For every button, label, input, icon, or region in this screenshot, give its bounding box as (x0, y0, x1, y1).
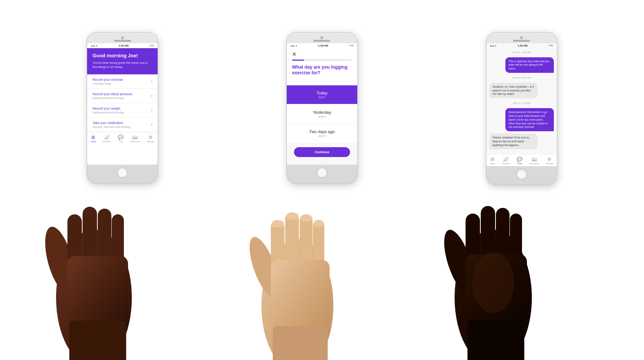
progress-icon: 📈 (104, 135, 110, 140)
chevron-exercise-icon: › (151, 79, 152, 83)
svg-point-28 (472, 252, 514, 313)
phone-frame-3: ●●● ✦ 1:20 PM 77% JUN 13, 11:55 AM This … (486, 32, 557, 186)
nav-resources-label: Resources (130, 140, 140, 143)
bottom-nav-1: ⊞ Today 📈 Progress 💬 Chat 📖 (87, 132, 158, 144)
phone-screen-2: ●●● ✦ 1:20 PM 77% ✕ What day are you log… (287, 43, 357, 165)
resources-icon-3: 📖 (531, 157, 537, 162)
chat-icon-3: 💬 (517, 157, 522, 162)
camera-1 (121, 36, 124, 39)
task-left-medication: Take your medication Morning, afternoon … (92, 121, 130, 128)
status-right-3: 77% (549, 44, 553, 47)
home-button-3[interactable] (516, 168, 527, 180)
resources-icon: 📖 (132, 135, 138, 140)
task-left-bp: Record your blood pressure Nothing recor… (92, 92, 132, 99)
status-time-3: 1:20 PM (517, 44, 527, 47)
day-label-yesterday: Yesterday (292, 110, 352, 115)
nav-today[interactable]: ⊞ Today (91, 135, 96, 143)
task-sub-exercise: 0 minutes today (92, 82, 123, 85)
nav-today-label: Today (91, 140, 96, 143)
task-item-exercise[interactable]: Record your exercise 0 minutes today › (87, 74, 158, 89)
nav-chat[interactable]: 💬 Chat (118, 135, 123, 143)
nav-today-3[interactable]: ⊞ Today (489, 157, 495, 165)
day-option-yesterday[interactable]: Yesterday JUN 6 (287, 105, 357, 123)
nav-settings[interactable]: ⚙ Settings (147, 135, 155, 143)
progress-fill (292, 60, 304, 61)
status-bar-1: ●●● ✦ 1:20 PM 77% (87, 43, 158, 48)
chat-date-1: JUN 13, 11:55 AM (489, 50, 554, 55)
task-sub-weight: Nothing recorded for today (92, 111, 124, 114)
status-right-2: 77% (349, 44, 353, 47)
svg-rect-7 (69, 321, 126, 360)
day-date-yesterday: JUN 6 (292, 115, 352, 118)
greeting-text: Good morning Joe! (92, 53, 152, 58)
header-subtitle: You've been doing great this week, just … (92, 61, 152, 69)
status-bar-3: ●●● ✦ 1:20 PM 77% (486, 43, 557, 48)
task-title-medication: Take your medication (92, 121, 130, 125)
phone-frame-1: ●●● ✦ 1:20 PM 77% Good morning Joe! You'… (87, 32, 158, 184)
day-option-today[interactable]: Today JUN 7 (287, 85, 357, 104)
day-options-list: Today JUN 7 Yesterday JUN 6 Two days ago… (287, 85, 357, 143)
continue-button[interactable]: Continue (294, 147, 350, 157)
svg-rect-18 (301, 215, 312, 222)
today-header: Good morning Joe! You've been doing grea… (87, 48, 158, 74)
status-left-2: ●●● ✦ (291, 44, 297, 47)
nav-chat-3[interactable]: 💬 Chat (517, 157, 522, 165)
status-time-2: 1:20 PM (318, 44, 328, 47)
today-screen: Good morning Joe! You've been doing grea… (87, 48, 158, 144)
nav-settings-label: Settings (147, 140, 155, 143)
svg-rect-27 (467, 320, 524, 360)
chat-messages: JUN 13, 11:55 AM This is optional. Any n… (486, 48, 557, 151)
scene: ●●● ✦ 1:20 PM 77% Good morning Joe! You'… (0, 0, 644, 360)
phone-notch-3 (486, 33, 557, 42)
close-icon[interactable]: ✕ (292, 51, 352, 57)
camera-3 (520, 36, 523, 39)
status-right-1: 77% (149, 44, 154, 47)
nav-chat-label: Chat (119, 140, 123, 143)
task-title-weight: Record your weight (92, 107, 124, 110)
camera-2 (320, 36, 323, 39)
nav-progress-label-3: Progress (502, 162, 510, 165)
task-left-weight: Record your weight Nothing recorded for … (92, 107, 124, 114)
nav-progress-3[interactable]: 📈 Progress (502, 157, 510, 165)
day-label-two-days: Two days ago (292, 129, 352, 134)
chat-bubble-1: This is optional. Any notes that you ent… (505, 57, 554, 73)
phone-group-2: ●●● ✦ 1:20 PM 77% ✕ What day are you log… (258, 17, 386, 343)
chevron-medication-icon: › (151, 123, 152, 127)
task-sub-medication: Morning, afternoon and evening (92, 126, 130, 128)
svg-rect-19 (314, 220, 324, 226)
svg-rect-16 (272, 220, 284, 227)
phone-group-3: ●●● ✦ 1:20 PM 77% JUN 13, 11:55 AM This … (457, 17, 586, 343)
progress-bar (292, 60, 352, 61)
speaker-2 (313, 40, 330, 42)
phone-screen-1: ●●● ✦ 1:20 PM 77% Good morning Joe! You'… (87, 43, 158, 165)
day-date-two-days: JUN 5 (292, 135, 352, 137)
day-option-two-days[interactable]: Two days ago JUN 5 (287, 124, 357, 143)
svg-rect-17 (286, 213, 299, 220)
home-button-1[interactable] (117, 167, 128, 178)
task-left-exercise: Record your exercise 0 minutes today (92, 78, 123, 85)
phone-frame-2: ●●● ✦ 1:20 PM 77% ✕ What day are you log… (286, 32, 358, 184)
chat-icon: 💬 (118, 135, 123, 140)
nav-progress[interactable]: 📈 Progress (103, 135, 111, 143)
task-item-bp[interactable]: Record your blood pressure Nothing recor… (87, 89, 158, 103)
svg-rect-15 (273, 326, 328, 360)
chat-date-3: JUN 14, 1:43 PM (489, 101, 554, 106)
task-item-weight[interactable]: Record your weight Nothing recorded for … (87, 103, 158, 118)
nav-progress-label: Progress (103, 140, 111, 143)
task-list: Record your exercise 0 minutes today › R… (87, 74, 158, 132)
nav-resources-3[interactable]: 📖 Resources (529, 157, 539, 165)
nav-resources[interactable]: 📖 Resources (130, 135, 140, 143)
chat-bubble-4: Thanks Jonathan! I'll be sure to keep an… (489, 134, 538, 149)
today-icon: ⊞ (91, 135, 95, 140)
task-item-medication[interactable]: Take your medication Morning, afternoon … (87, 118, 158, 132)
home-button-2[interactable] (316, 167, 328, 178)
day-date-today: JUN 7 (292, 96, 352, 99)
nav-settings-3[interactable]: ⚙ Settings (546, 157, 553, 165)
task-title-bp: Record your blood pressure (92, 92, 132, 96)
progress-icon-3: 📈 (503, 157, 509, 162)
settings-icon-3: ⚙ (547, 157, 552, 162)
chat-date-2: JUN 14, 12:37 PM (489, 75, 554, 80)
day-label-today: Today (292, 91, 352, 95)
phone-notch-2 (287, 33, 357, 42)
chat-bubble-2: Jonathan, so I had a question – is it ok… (489, 83, 538, 98)
